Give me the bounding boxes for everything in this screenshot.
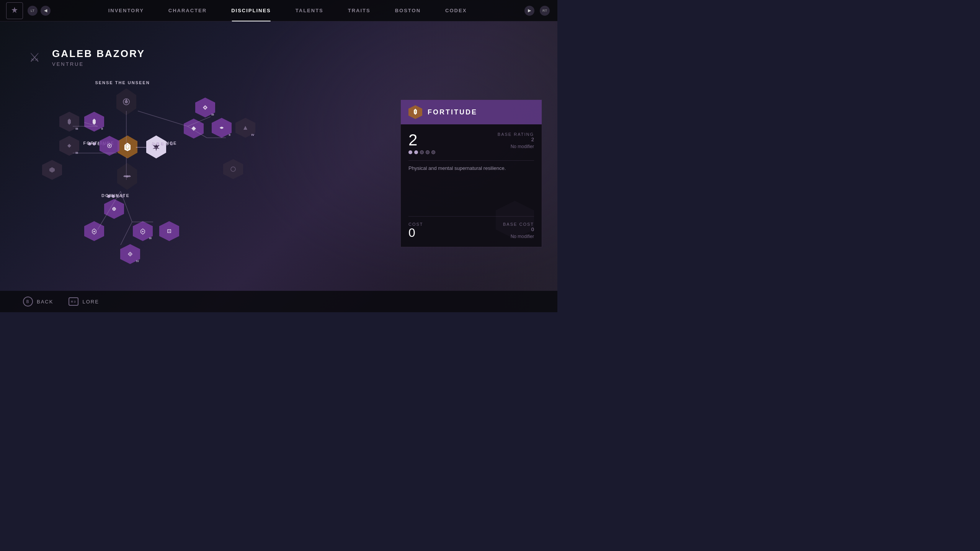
dominate-label-container: DOMINATE <box>107 193 124 198</box>
node-level-indicator-4: III <box>211 113 214 116</box>
detail-icon <box>408 105 422 119</box>
skill-far-left[interactable] <box>42 160 62 180</box>
presence-label: PRESENCE <box>148 141 177 145</box>
skill-dominate-branch-4[interactable] <box>159 221 179 241</box>
rating-left: 2 <box>408 132 435 154</box>
bottom-bar: B BACK R3 LORE <box>0 291 557 312</box>
rating-dot-2 <box>414 150 418 154</box>
svg-point-21 <box>126 175 128 178</box>
nav-prev-button[interactable]: LT <box>28 6 38 16</box>
svg-line-15 <box>138 111 188 126</box>
nav-logo <box>6 2 23 19</box>
cost-left: COST 0 <box>408 222 423 239</box>
detail-panel: FORTITUDE 2 BASE RATING 2 No modifier P <box>400 99 542 247</box>
detail-header: FORTITUDE <box>401 100 542 124</box>
lore-action[interactable]: R3 LORE <box>69 297 99 306</box>
rating-dot-1 <box>408 150 412 154</box>
back-btn-label: B <box>26 300 30 304</box>
character-icon: ⚔ <box>23 46 46 69</box>
skill-right-upper-1[interactable]: III <box>195 98 215 117</box>
rating-dots <box>408 150 435 154</box>
node-level-indicator-2: III <box>75 127 78 130</box>
nav-disciplines[interactable]: DISCIPLINES <box>219 0 283 21</box>
character-details: GALEB BAZORY VENTRUE <box>52 48 145 67</box>
back-btn-icon: B <box>23 297 33 306</box>
nav-traits[interactable]: TRAITS <box>336 0 383 21</box>
nav-left-arrow[interactable]: ◀ <box>41 6 51 16</box>
detail-description: Physical and mental supernatural resilie… <box>408 165 534 173</box>
rating-dot-3 <box>420 150 424 154</box>
svg-point-26 <box>93 231 95 232</box>
skill-left-upper-1[interactable]: II <box>84 112 104 132</box>
node-level-indicator-7: III <box>149 236 152 240</box>
node-level-indicator: II <box>101 127 103 130</box>
skill-presence[interactable] <box>146 137 166 157</box>
base-rating-label: BASE RATING <box>498 132 534 137</box>
rating-dot-5 <box>431 150 435 154</box>
rating-dot-4 <box>426 150 430 154</box>
lore-label: LORE <box>82 299 99 305</box>
nav-character[interactable]: CHARACTER <box>156 0 219 21</box>
detail-title: FORTITUDE <box>428 108 477 116</box>
skill-right-upper-2[interactable] <box>184 119 204 139</box>
skill-right-far[interactable] <box>223 159 243 179</box>
lore-btn-label: R3 <box>71 300 76 303</box>
svg-point-23 <box>109 145 110 147</box>
rating-modifier: No modifier <box>498 144 534 149</box>
svg-line-12 <box>121 222 132 245</box>
next-label: RT <box>542 9 547 13</box>
node-level-indicator-6: IV <box>251 133 254 137</box>
character-info: ⚔ GALEB BAZORY VENTRUE <box>23 46 145 69</box>
skill-dominate-branch-5[interactable]: IV <box>120 244 140 264</box>
svg-point-18 <box>126 99 127 101</box>
skill-sense-unseen[interactable] <box>116 92 136 112</box>
nav-boston[interactable]: BOSTON <box>383 0 433 21</box>
nav-right: ▶ RT <box>523 6 551 16</box>
skill-dominate-branch-2[interactable] <box>84 221 104 241</box>
skill-left-upper-2[interactable]: III <box>59 112 79 132</box>
rating-row: 2 BASE RATING 2 No modifier <box>408 132 534 154</box>
rating-right: BASE RATING 2 No modifier <box>498 132 534 149</box>
skill-left-mid-1[interactable] <box>100 136 119 156</box>
nav-codex[interactable]: CODEX <box>433 0 479 21</box>
svg-point-17 <box>125 100 128 103</box>
svg-point-24 <box>231 167 235 171</box>
rating-value: 2 <box>408 132 435 148</box>
nav-right-arrow[interactable]: ▶ <box>524 6 534 16</box>
back-label: BACK <box>37 299 53 305</box>
character-icon-symbol: ⚔ <box>29 50 40 65</box>
prev-label: LT <box>31 9 34 13</box>
back-action[interactable]: B BACK <box>23 297 53 306</box>
skill-left-mid-2[interactable]: III <box>59 136 79 156</box>
presence-label-container: PRESENCE <box>152 141 173 145</box>
detail-divider-1 <box>408 160 534 161</box>
skill-tree: SENSE THE UNSEEN FORTITUDE PRES <box>38 77 287 298</box>
base-rating-num: 2 <box>498 137 534 142</box>
nav-talents[interactable]: TALENTS <box>283 0 336 21</box>
character-clan: VENTRUE <box>52 61 145 67</box>
sense-unseen-label: SENSE THE UNSEEN <box>95 80 150 85</box>
cost-value: 0 <box>408 227 423 239</box>
nav-inventory[interactable]: INVENTORY <box>96 0 156 21</box>
detail-body: 2 BASE RATING 2 No modifier Physical and… <box>401 124 542 247</box>
node-level-indicator-3: III <box>75 151 78 155</box>
dominate-label: DOMINATE <box>101 193 130 198</box>
nav-items: INVENTORY CHARACTER DISCIPLINES TALENTS … <box>52 0 523 21</box>
node-level-indicator-8: IV <box>136 259 139 263</box>
skill-fortitude[interactable] <box>118 137 137 157</box>
tree-connections <box>38 77 287 298</box>
skill-right-upper-3[interactable]: II <box>212 118 232 138</box>
node-level-indicator-5: II <box>229 133 230 137</box>
skill-right-dark-1[interactable]: IV <box>235 118 255 138</box>
nav-next-button[interactable]: RT <box>540 6 550 16</box>
skill-dominate-branch-1[interactable] <box>104 199 124 219</box>
character-name: GALEB BAZORY <box>52 48 145 60</box>
top-navigation: LT ◀ INVENTORY CHARACTER DISCIPLINES TAL… <box>0 0 557 21</box>
lore-btn-icon: R3 <box>69 297 78 306</box>
skill-dominate[interactable] <box>117 166 137 186</box>
skill-dominate-branch-3[interactable]: III <box>133 221 153 241</box>
